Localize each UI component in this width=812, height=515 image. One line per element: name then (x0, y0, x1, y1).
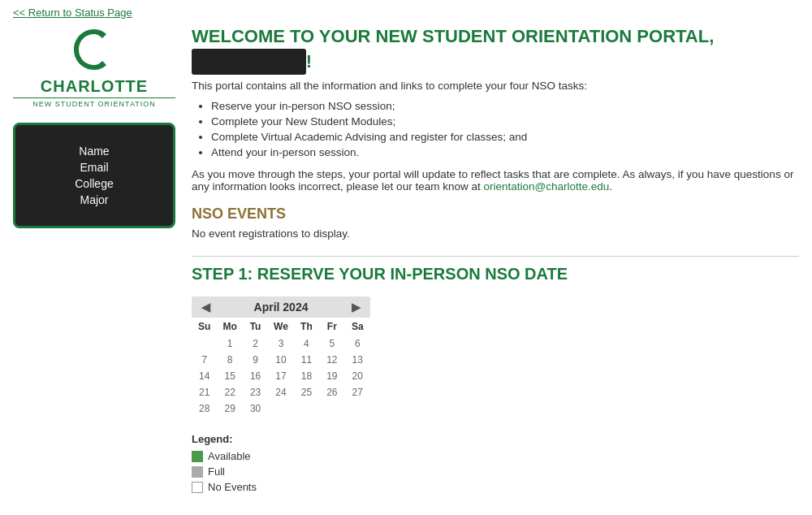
calendar-day-cell[interactable]: 17 (268, 368, 293, 384)
calendar-day-cell[interactable]: 19 (319, 368, 344, 384)
calendar-day-cell[interactable]: 15 (217, 368, 242, 384)
cal-day-header: Su (192, 318, 217, 335)
return-link[interactable]: << Return to Status Page (0, 0, 812, 25)
calendar-header-row: Su Mo Tu We Th Fr Sa (192, 318, 370, 335)
legend-available-box (192, 451, 203, 462)
logo-text: CHARLOTTE (13, 77, 175, 96)
cal-day-header: Th (294, 318, 319, 335)
calendar-day-cell[interactable]: 27 (345, 384, 370, 400)
calendar-day-cell[interactable]: 22 (217, 384, 242, 400)
cal-day-header: Sa (345, 318, 370, 335)
calendar-day-cell[interactable]: 7 (192, 352, 217, 368)
user-card: Name Email College Major (13, 123, 175, 228)
step1-section: STEP 1: RESERVE YOUR IN-PERSON NSO DATE … (192, 256, 799, 493)
welcome-title: WELCOME TO YOUR NEW STUDENT ORIENTATION … (192, 25, 799, 75)
step1-title: STEP 1: RESERVE YOUR IN-PERSON NSO DATE (192, 265, 799, 283)
calendar-day-cell[interactable]: 4 (294, 335, 319, 352)
calendar-day-cell[interactable]: 13 (345, 352, 370, 368)
user-name: Name (28, 145, 160, 158)
calendar-day-cell[interactable]: 26 (319, 384, 344, 400)
calendar-next-button[interactable]: ▶ (348, 301, 364, 314)
calendar-day-cell (268, 400, 293, 417)
calendar-day-cell[interactable]: 1 (217, 335, 242, 352)
user-email: Email (28, 161, 160, 174)
calendar-month-label: April 2024 (254, 301, 309, 314)
content-area: WELCOME TO YOUR NEW STUDENT ORIENTATION … (192, 25, 799, 496)
redacted-name: ████████ (192, 49, 306, 76)
charlotte-logo-icon (70, 25, 119, 74)
calendar-day-cell[interactable]: 14 (192, 368, 217, 384)
cal-day-header: Tu (243, 318, 268, 335)
calendar-week-row: 78910111213 (192, 352, 370, 368)
calendar-day-cell[interactable]: 28 (192, 400, 217, 417)
list-item: Complete Virtual Academic Advising and r… (211, 131, 799, 143)
cal-day-header: Mo (217, 318, 242, 335)
legend-full: Full (192, 465, 799, 478)
calendar-day-cell[interactable]: 16 (243, 368, 268, 384)
welcome-title-part2: ! (306, 51, 312, 71)
calendar-week-row: 21222324252627 (192, 384, 370, 400)
list-item: Reserve your in-person NSO session; (211, 100, 799, 112)
calendar-day-cell (345, 400, 370, 417)
no-events-text: No event registrations to display. (192, 227, 799, 240)
welcome-description: This portal contains all the information… (192, 80, 799, 92)
calendar-day-cell[interactable]: 25 (294, 384, 319, 400)
calendar-legend: Legend: Available Full No Events (192, 433, 799, 493)
logo-sub: NEW STUDENT ORIENTATION (13, 97, 175, 108)
follow-up-period: . (609, 180, 612, 193)
calendar-day-cell[interactable]: 9 (243, 352, 268, 368)
cal-day-header: We (268, 318, 293, 335)
user-college: College (28, 177, 160, 190)
calendar-day-cell (319, 400, 344, 417)
legend-available: Available (192, 450, 799, 462)
sidebar: CHARLOTTE NEW STUDENT ORIENTATION Name E… (13, 25, 175, 496)
calendar-day-cell[interactable]: 3 (268, 335, 293, 352)
calendar-week-row: 282930 (192, 400, 370, 417)
calendar-day-cell[interactable]: 24 (268, 384, 293, 400)
calendar-header: ◀ April 2024 ▶ (192, 296, 370, 318)
main-layout: CHARLOTTE NEW STUDENT ORIENTATION Name E… (0, 25, 812, 496)
list-item: Attend your in-person session. (211, 146, 799, 158)
calendar-day-cell[interactable]: 10 (268, 352, 293, 368)
calendar-day-cell[interactable]: 20 (345, 368, 370, 384)
legend-no-events-box (192, 482, 203, 493)
user-major: Major (28, 193, 160, 206)
logo-area: CHARLOTTE NEW STUDENT ORIENTATION (13, 25, 175, 116)
legend-no-events: No Events (192, 481, 799, 493)
welcome-list: Reserve your in-person NSO session; Comp… (211, 100, 799, 158)
legend-full-box (192, 466, 203, 478)
contact-email-link[interactable]: orientation@charlotte.edu (483, 180, 609, 193)
calendar-day-cell[interactable]: 23 (243, 384, 268, 400)
welcome-title-part1: WELCOME TO YOUR NEW STUDENT ORIENTATION … (192, 26, 714, 46)
calendar-day-cell (294, 400, 319, 417)
calendar-day-cell[interactable]: 21 (192, 384, 217, 400)
cal-day-header: Fr (319, 318, 344, 335)
calendar-week-row: 123456 (192, 335, 370, 352)
calendar-day-cell[interactable]: 11 (294, 352, 319, 368)
legend-title: Legend: (192, 433, 799, 445)
legend-no-events-label: No Events (208, 481, 257, 493)
calendar-day-cell[interactable]: 30 (243, 400, 268, 417)
calendar-day-cell (192, 335, 217, 352)
calendar-day-cell[interactable]: 6 (345, 335, 370, 352)
calendar-wrapper: ◀ April 2024 ▶ Su Mo Tu We Th Fr Sa (192, 296, 370, 417)
legend-full-label: Full (208, 465, 225, 478)
calendar-day-cell[interactable]: 12 (319, 352, 344, 368)
calendar-prev-button[interactable]: ◀ (198, 301, 214, 314)
calendar-grid: Su Mo Tu We Th Fr Sa 1234567891011121314… (192, 318, 370, 417)
calendar-day-cell[interactable]: 2 (243, 335, 268, 352)
calendar-week-row: 14151617181920 (192, 368, 370, 384)
follow-up-text: As you move through the steps, your port… (192, 168, 799, 193)
calendar-day-cell[interactable]: 8 (217, 352, 242, 368)
calendar-day-cell[interactable]: 18 (294, 368, 319, 384)
nso-events-title: NSO EVENTS (192, 206, 799, 223)
calendar-day-cell[interactable]: 5 (319, 335, 344, 352)
calendar-day-cell[interactable]: 29 (217, 400, 242, 417)
list-item: Complete your New Student Modules; (211, 115, 799, 128)
legend-available-label: Available (208, 450, 251, 462)
